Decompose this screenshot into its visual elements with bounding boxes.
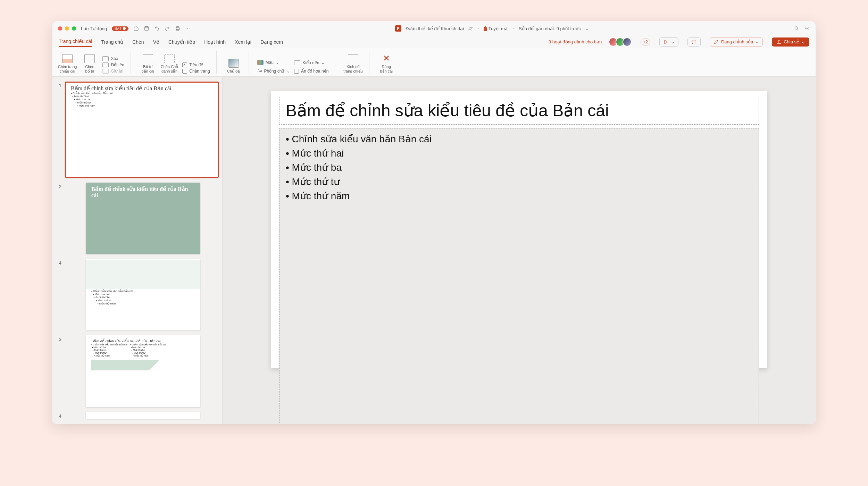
svg-rect-1 <box>145 27 147 28</box>
tab-home[interactable]: Trang chủ <box>101 37 123 47</box>
bullet-l3[interactable]: Mức thứ ba <box>286 160 432 175</box>
checkbox-icon <box>182 62 187 67</box>
undo-icon[interactable] <box>154 26 160 31</box>
bullet-l1[interactable]: Chỉnh sửa kiểu văn bản Bản cái <box>286 132 432 146</box>
layout-thumbnail[interactable]: Bấm để chỉnh sửa kiểu tiêu đề của Bản cá… <box>86 335 200 407</box>
slide-master-icon <box>62 54 73 63</box>
svg-point-5 <box>469 27 470 28</box>
tab-transitions[interactable]: Chuyển tiếp <box>168 37 195 47</box>
share-button[interactable]: Chia sẻ ⌄ <box>772 37 809 47</box>
insert-placeholder-button[interactable]: Chèn Chỗ dành sẵn <box>161 54 178 74</box>
tab-slide-master[interactable]: Trang chiếu cái <box>59 36 92 47</box>
svg-rect-3 <box>177 27 179 28</box>
close-master-button[interactable]: ✕Đóng bản cái <box>378 54 395 74</box>
tab-animations[interactable]: Hoạt hình <box>204 37 226 47</box>
tab-draw[interactable]: Vẽ <box>153 37 159 47</box>
titlebar: Lưu Tự động BẬT ⋯ P Được thiết kế để Khu… <box>52 21 816 36</box>
separator: • <box>478 26 479 31</box>
editing-mode-button[interactable]: Đang chỉnh sửa ⌄ <box>710 37 763 47</box>
search-icon[interactable] <box>794 26 800 31</box>
pin-icon <box>102 69 109 74</box>
redo-icon[interactable] <box>165 26 170 31</box>
delete-button[interactable]: Xóa <box>102 56 124 61</box>
svg-point-9 <box>808 28 809 29</box>
close-icon: ✕ <box>381 54 392 63</box>
slide-master[interactable]: Bấm để chỉnh sửa kiểu tiêu đề của Bản cá… <box>271 91 767 368</box>
print-icon[interactable] <box>175 26 181 31</box>
thumbnail-panel[interactable]: 1 Bấm để chỉnh sửa kiểu tiêu đề của Bản … <box>52 77 223 424</box>
ribbon-tabs: Trang chiếu cái Trang chủ Chèn Vẽ Chuyển… <box>52 36 816 48</box>
thumb-number: 3 <box>56 335 61 342</box>
title-placeholder[interactable]: Bấm để chỉnh sửa kiểu tiêu đề của Bản cá… <box>279 97 759 125</box>
traffic-lights <box>58 26 76 31</box>
slide-size-icon <box>348 54 358 63</box>
fonts-icon: Aa <box>257 68 262 74</box>
tab-insert[interactable]: Chèn <box>132 37 144 47</box>
maximize-window-icon[interactable] <box>72 26 76 31</box>
shield-icon <box>484 26 487 31</box>
footer-checkbox[interactable]: Chân trang <box>182 69 210 74</box>
background-icon <box>294 60 300 65</box>
thumb-title: Bấm để chỉnh sửa kiểu tiêu đề của Bản cá… <box>71 85 213 92</box>
checkbox-icon <box>294 69 299 74</box>
tab-view[interactable]: Dạng xem <box>260 37 283 47</box>
comments-button[interactable] <box>687 37 701 47</box>
present-button[interactable]: ⌄ <box>659 37 678 47</box>
hide-background-checkbox[interactable]: Ẩn đồ họa nền <box>294 69 328 74</box>
ribbon: Chèn trang chiếu cái Chèn bố trí Xóa Đổi… <box>52 48 816 77</box>
layout-thumbnail[interactable]: Bấm để chỉnh sửa kiểu tiêu đề của Bản cá… <box>86 183 200 254</box>
activity-feed[interactable]: 3 hoạt động dành cho bạn <box>549 39 602 44</box>
editor-body: 1 Bấm để chỉnh sửa kiểu tiêu đề của Bản … <box>52 77 816 424</box>
svg-point-7 <box>795 27 798 30</box>
title-checkbox[interactable]: Tiêu đề <box>182 62 210 67</box>
bullet-l4[interactable]: Mức thứ tư <box>286 175 432 189</box>
master-thumbnail[interactable]: Bấm để chỉnh sửa kiểu tiêu đề của Bản cá… <box>65 82 219 178</box>
svg-point-8 <box>806 28 807 29</box>
insert-layout-button[interactable]: Chèn bố trí <box>81 54 98 74</box>
home-icon[interactable] <box>133 26 139 31</box>
thumb-number: 2 <box>56 183 61 189</box>
layout-icon <box>84 54 95 63</box>
preserve-button[interactable]: Giữ lại <box>102 69 124 74</box>
fonts-button[interactable]: AaPhông chữ ⌄ <box>257 68 290 74</box>
save-icon[interactable] <box>144 26 149 31</box>
avatar[interactable] <box>623 37 632 47</box>
more-avatars[interactable]: +2 <box>641 39 650 45</box>
separator: • <box>513 26 515 31</box>
presence-avatars[interactable] <box>611 37 632 47</box>
people-icon[interactable] <box>468 26 474 31</box>
colors-icon <box>257 60 264 65</box>
more-icon[interactable]: ⋯ <box>185 26 190 31</box>
last-modified[interactable]: Sửa đổi gần nhất: 9 phút trước <box>519 26 581 31</box>
sensitivity-label[interactable]: Tuyệt mật <box>484 26 509 31</box>
svg-point-6 <box>471 27 472 28</box>
layout-thumbnail[interactable]: • Chỉnh sửa kiểu văn bản Bản cái • Mức t… <box>86 259 200 330</box>
rename-icon <box>102 62 109 67</box>
app-window: Lưu Tự động BẬT ⋯ P Được thiết kế để Khu… <box>52 21 816 424</box>
collab-icon[interactable] <box>804 26 810 31</box>
bullet-l5[interactable]: Mức thứ năm <box>286 189 432 203</box>
slide-canvas[interactable]: Bấm để chỉnh sửa kiểu tiêu đề của Bản cá… <box>223 77 816 424</box>
tab-review[interactable]: Xem lại <box>235 37 251 47</box>
colors-button[interactable]: Màu ⌄ <box>257 60 290 65</box>
rename-button[interactable]: Đổi tên <box>102 62 124 67</box>
chevron-down-icon[interactable]: ⌄ <box>585 26 589 31</box>
body-placeholder[interactable]: Chỉnh sửa kiểu văn bản Bản cái Mức thứ h… <box>279 128 759 424</box>
checkbox-icon <box>182 69 187 74</box>
master-layout-button[interactable]: Bố trí bản cái <box>139 54 157 74</box>
themes-button[interactable]: Chủ đề <box>225 59 242 74</box>
background-styles-button[interactable]: Kiểu nền ⌄ <box>294 60 328 65</box>
insert-slide-master-button[interactable]: Chèn trang chiếu cái <box>58 54 77 74</box>
thumb-number: 4 <box>56 412 61 419</box>
close-window-icon[interactable] <box>58 26 62 31</box>
document-title[interactable]: Được thiết kế để Khuếch đại <box>406 26 464 31</box>
themes-icon <box>228 59 239 68</box>
thumb-number: 1 <box>56 82 61 88</box>
autosave-toggle[interactable]: BẬT <box>112 26 128 31</box>
bullet-l2[interactable]: Mức thứ hai <box>286 146 432 160</box>
thumb-title: Bấm để chỉnh sửa kiểu tiêu đề của Bản cá… <box>91 339 195 343</box>
autosave-label: Lưu Tự động <box>81 26 107 31</box>
minimize-window-icon[interactable] <box>65 26 69 31</box>
slide-size-button[interactable]: Kích cỡ trang chiếu <box>343 54 362 74</box>
layout-thumbnail[interactable] <box>86 412 200 419</box>
